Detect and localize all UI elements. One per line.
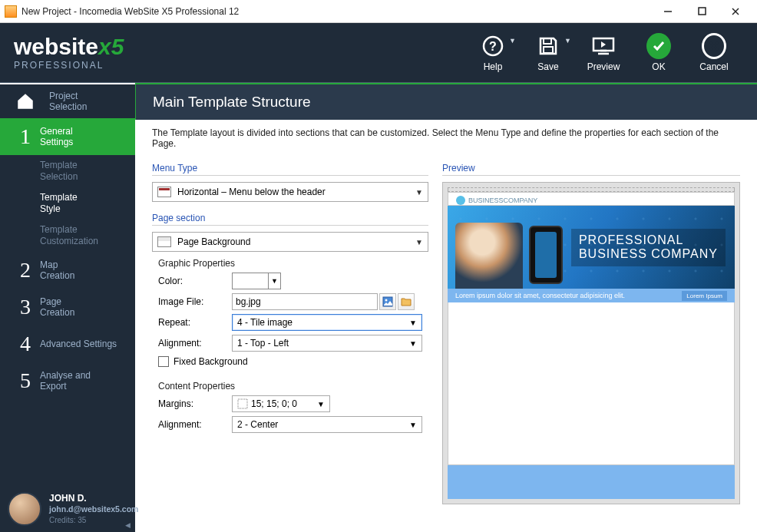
step-number: 3 <box>11 295 40 319</box>
svg-point-14 <box>385 299 388 302</box>
app-header: websitex5 PROFESSIONAL ? ▼ Help ▼ Save P… <box>0 23 757 83</box>
user-box[interactable]: JOHN D. john.d@websitex5.com Credits: 35 <box>8 492 138 526</box>
ok-icon <box>646 34 671 58</box>
nav-project-selection[interactable]: Project Selection <box>0 84 135 118</box>
menu-type-section: Menu Type <box>152 163 428 176</box>
content-alignment-label: Alignment: <box>158 419 232 430</box>
chevron-down-icon: ▼ <box>564 37 571 45</box>
title-bar: New Project - Incomedia WebSite X5 Profe… <box>0 0 757 23</box>
chevron-down-icon: ▼ <box>509 37 516 45</box>
main-panel: Main Template Structure The Template lay… <box>135 84 757 532</box>
nav-label: Advanced Settings <box>40 339 127 349</box>
page-section-value: Page Background <box>177 236 250 247</box>
save-button[interactable]: ▼ Save <box>521 23 576 83</box>
preview-phone-image <box>529 226 563 284</box>
save-icon <box>536 34 560 58</box>
preview-subheader: Lorem ipsum dolor sit amet, consectetur … <box>448 289 735 302</box>
chevron-down-icon: ▼ <box>409 339 417 348</box>
image-file-input[interactable] <box>232 293 378 310</box>
preview-hero-title: PROFESSIONAL BUSINESS COMPANY <box>571 229 726 266</box>
step-number: 5 <box>11 368 40 393</box>
nav-label: Map Creation <box>40 259 127 282</box>
step-number: 1 <box>11 124 40 149</box>
logo-subtitle: PROFESSIONAL <box>14 60 124 71</box>
cancel-button[interactable]: Cancel <box>686 23 742 83</box>
ok-button[interactable]: OK <box>631 23 686 83</box>
page-section-select[interactable]: Page Background ▼ <box>152 232 428 252</box>
logo-x5: x5 <box>98 34 124 59</box>
alignment-label: Alignment: <box>158 338 232 349</box>
logo: websitex5 PROFESSIONAL <box>14 35 124 71</box>
margins-label: Margins: <box>158 398 232 409</box>
graphic-properties-label: Graphic Properties <box>158 258 428 269</box>
preview-content-area <box>448 302 735 465</box>
maximize-button[interactable] <box>685 1 719 22</box>
help-button[interactable]: ? ▼ Help <box>465 23 521 83</box>
nav-step-2[interactable]: 2 Map Creation <box>0 252 135 289</box>
preview-footer <box>448 465 735 499</box>
minimize-button[interactable] <box>651 1 685 22</box>
close-button[interactable] <box>719 1 752 22</box>
image-library-button[interactable] <box>379 293 396 310</box>
side-nav: Project Selection 1 General Settings Tem… <box>0 84 135 532</box>
ok-label: OK <box>652 61 665 72</box>
margins-input[interactable]: 15; 15; 0; 0 ▼ <box>232 395 330 412</box>
step-number: 4 <box>11 332 40 356</box>
preview-label: Preview <box>587 61 620 72</box>
user-email: john.d@websitex5.com <box>49 504 138 515</box>
preview-button[interactable]: Preview <box>576 23 631 83</box>
nav-label: Project Selection <box>49 91 127 113</box>
image-browse-button[interactable] <box>398 293 415 310</box>
menu-type-select[interactable]: Horizontal – Menu below the header ▼ <box>152 182 428 202</box>
nav-sub-template-customization[interactable]: Template Customization <box>0 220 135 252</box>
page-description: The Template layout is divided into sect… <box>135 120 757 154</box>
save-label: Save <box>537 61 558 72</box>
preview-column: Preview BUSINESSCOMPANY <box>442 158 740 526</box>
chevron-down-icon: ▼ <box>415 238 423 246</box>
template-preview: BUSINESSCOMPANY PROFESSIONAL BUSINESS CO… <box>442 182 740 504</box>
cancel-icon <box>702 34 726 58</box>
fixed-background-label: Fixed Background <box>174 356 248 367</box>
image-file-label: Image File: <box>158 296 232 307</box>
color-dropdown[interactable]: ▼ <box>269 273 281 289</box>
svg-rect-7 <box>544 47 553 53</box>
window-title: New Project - Incomedia WebSite X5 Profe… <box>21 6 651 17</box>
repeat-label: Repeat: <box>158 317 232 328</box>
menu-type-icon <box>157 187 171 197</box>
color-picker[interactable] <box>232 273 269 289</box>
step-number: 2 <box>11 258 40 283</box>
chevron-down-icon: ▼ <box>409 319 417 327</box>
color-label: Color: <box>158 276 232 286</box>
svg-text:?: ? <box>489 40 497 53</box>
preview-section-label: Preview <box>442 163 740 176</box>
preview-person-image <box>455 223 523 289</box>
repeat-select[interactable]: 4 - Tile image ▼ <box>232 314 422 331</box>
user-name: JOHN D. <box>49 493 138 505</box>
preview-icon <box>591 34 616 58</box>
chevron-down-icon: ▼ <box>415 188 423 197</box>
nav-step-5[interactable]: 5 Analyse and Export <box>0 362 135 399</box>
content-alignment-select[interactable]: 2 - Center ▼ <box>232 416 422 433</box>
svg-rect-1 <box>699 8 706 15</box>
repeat-value: 4 - Tile image <box>237 317 293 328</box>
margins-icon <box>237 398 248 409</box>
nav-sub-template-selection[interactable]: Template Selection <box>0 155 135 187</box>
margins-value: 15; 15; 0; 0 <box>251 398 297 409</box>
page-title: Main Template Structure <box>135 84 757 120</box>
help-label: Help <box>484 61 503 72</box>
collapse-nav-icon[interactable]: ◀ <box>125 521 131 529</box>
nav-sub-template-style[interactable]: Template Style <box>0 187 135 220</box>
alignment-select[interactable]: 1 - Top - Left ▼ <box>232 335 422 352</box>
cancel-label: Cancel <box>699 61 728 72</box>
avatar <box>8 492 41 526</box>
preview-logo: BUSINESSCOMPANY <box>456 196 537 205</box>
alignment-value: 1 - Top - Left <box>237 338 289 349</box>
nav-step-3[interactable]: 3 Page Creation <box>0 289 135 325</box>
page-section-label: Page section <box>152 213 428 226</box>
nav-step-4[interactable]: 4 Advanced Settings <box>0 325 135 362</box>
logo-text: website <box>14 34 98 59</box>
app-icon <box>5 5 17 18</box>
nav-step-1[interactable]: 1 General Settings <box>0 118 135 155</box>
chevron-down-icon: ▼ <box>409 421 417 429</box>
fixed-background-checkbox[interactable]: Fixed Background <box>158 356 428 367</box>
